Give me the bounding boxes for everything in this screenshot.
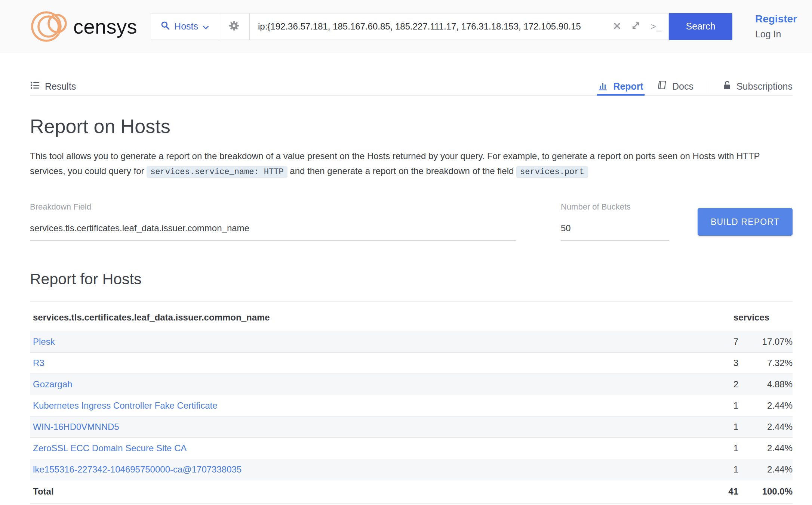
gear-icon — [228, 20, 240, 33]
table-row: Plesk 7 17.07% — [30, 331, 793, 353]
index-selector-label: Hosts — [174, 21, 198, 32]
bucket-link[interactable]: Plesk — [30, 331, 697, 353]
table-header-row: services.tls.certificates.leaf_data.issu… — [30, 302, 793, 331]
censys-logo[interactable]: censys — [30, 7, 137, 46]
table-row: R3 3 7.32% — [30, 353, 793, 374]
bucket-percent: 2.44% — [738, 395, 793, 416]
total-count: 41 — [697, 480, 738, 504]
bucket-count: 2 — [697, 374, 738, 395]
close-icon — [613, 21, 621, 32]
bucket-link[interactable]: Kubernetes Ingress Controller Fake Certi… — [30, 395, 697, 416]
search-box: Hosts — [151, 13, 669, 40]
table-row: ZeroSSL ECC Domain Secure Site CA 1 2.44… — [30, 438, 793, 459]
table-row: Kubernetes Ingress Controller Fake Certi… — [30, 395, 793, 416]
search-icon — [161, 21, 170, 32]
top-header: censys Hosts — [0, 0, 812, 53]
bucket-link[interactable]: Gozargah — [30, 374, 697, 395]
report-description: This tool allows you to generate a repor… — [30, 149, 793, 180]
bucket-count: 1 — [697, 459, 738, 480]
index-selector-dropdown[interactable]: Hosts — [151, 13, 219, 40]
search-settings-button[interactable] — [219, 13, 250, 40]
bucket-percent: 7.32% — [738, 353, 793, 374]
bucket-count: 3 — [697, 353, 738, 374]
breakdown-field-input[interactable]: services.tls.certificates.leaf_data.issu… — [30, 223, 516, 241]
search-button[interactable]: Search — [669, 13, 732, 40]
bar-chart-icon — [598, 80, 608, 93]
logo-wordmark: censys — [73, 15, 137, 38]
clear-query-button[interactable] — [613, 21, 621, 32]
example-query-chip: services.service_name: HTTP — [147, 166, 287, 178]
field-column-header: services.tls.certificates.leaf_data.issu… — [30, 302, 697, 331]
page-title: Report on Hosts — [30, 115, 793, 137]
bucket-count: 7 — [697, 331, 738, 353]
tab-docs[interactable]: Docs — [658, 78, 693, 95]
bucket-percent: 2.44% — [738, 438, 793, 459]
lock-open-icon — [722, 80, 732, 93]
chevron-down-icon — [203, 21, 209, 32]
table-row: WIN-16HD0VMNND5 1 2.44% — [30, 416, 793, 438]
bucket-percent: 2.44% — [738, 459, 793, 480]
censys-rings-icon — [30, 7, 69, 46]
table-row: Gozargah 2 4.88% — [30, 374, 793, 395]
tabs-divider — [708, 81, 708, 93]
services-column-header: services — [697, 302, 793, 331]
bucket-count: 1 — [697, 438, 738, 459]
breakdown-field-label: Breakdown Field — [30, 202, 516, 212]
results-heading: Report for Hosts — [30, 270, 793, 288]
main-content: Results Report — [0, 78, 812, 504]
example-field-chip: services.port — [516, 166, 588, 178]
table-total-row: Total 41 100.0% — [30, 480, 793, 504]
description-text-2: and then generate a report on the breakd… — [287, 166, 516, 176]
search-input[interactable]: ip:{192.36.57.181, 185.167.60.85, 185.22… — [258, 21, 609, 32]
bucket-count: 1 — [697, 416, 738, 438]
tab-docs-label: Docs — [672, 81, 693, 92]
total-percent: 100.0% — [738, 480, 793, 504]
report-table: services.tls.certificates.leaf_data.issu… — [30, 302, 793, 504]
buckets-field-label: Number of Buckets — [561, 202, 669, 212]
bucket-link[interactable]: R3 — [30, 353, 697, 374]
bucket-count: 1 — [697, 395, 738, 416]
expand-icon — [632, 21, 640, 32]
tab-report[interactable]: Report — [598, 78, 643, 95]
bucket-link[interactable]: ZeroSSL ECC Domain Secure Site CA — [30, 438, 697, 459]
tab-results-label: Results — [45, 81, 76, 92]
book-icon — [658, 80, 667, 93]
bucket-percent: 17.07% — [738, 331, 793, 353]
list-icon — [30, 80, 40, 93]
buckets-field-input[interactable]: 50 — [561, 223, 669, 241]
tab-subscriptions[interactable]: Subscriptions — [722, 78, 793, 95]
report-form: Breakdown Field services.tls.certificate… — [30, 202, 793, 241]
view-tabs: Results Report — [30, 78, 793, 96]
cli-toggle-button[interactable]: >_ — [651, 21, 662, 32]
bucket-percent: 4.88% — [738, 374, 793, 395]
expand-query-button[interactable] — [632, 21, 640, 32]
register-link[interactable]: Register — [755, 13, 797, 25]
bucket-link[interactable]: lke155316-227342-104695750000-ca@1707338… — [30, 459, 697, 480]
tab-results[interactable]: Results — [30, 78, 76, 95]
table-row: lke155316-227342-104695750000-ca@1707338… — [30, 459, 793, 480]
login-link[interactable]: Log In — [755, 29, 797, 40]
tab-subscriptions-label: Subscriptions — [736, 81, 793, 92]
bucket-link[interactable]: WIN-16HD0VMNND5 — [30, 416, 697, 438]
tab-report-label: Report — [613, 81, 643, 92]
bucket-percent: 2.44% — [738, 416, 793, 438]
build-report-button[interactable]: BUILD REPORT — [698, 208, 793, 236]
total-label: Total — [30, 480, 697, 504]
